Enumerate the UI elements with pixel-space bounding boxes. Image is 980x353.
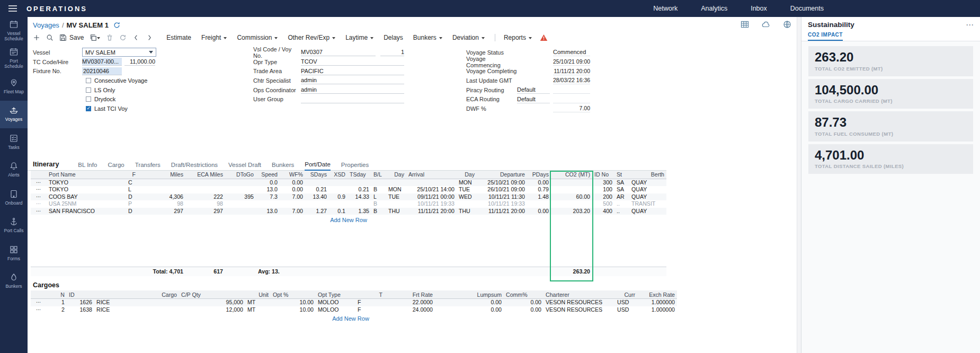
cell-arrival-day[interactable]: MON [386,186,406,193]
cell-arrival[interactable]: 11/11/21 20:00 [406,208,457,215]
cell-id-no[interactable]: 200 [592,193,614,201]
field-value[interactable]: admin [301,86,404,94]
cell-n[interactable]: 2 [47,306,67,314]
search-icon[interactable] [46,34,54,41]
top-nav-item[interactable]: Analytics [701,5,727,12]
cell-tsday[interactable]: 0.21 [348,186,371,193]
cell-wf[interactable]: 0.00 [280,179,305,186]
cell-dtogo[interactable] [225,179,256,186]
cell-xsd[interactable]: 0.9 [329,193,348,201]
field-value-b[interactable]: 7.00 [553,104,590,112]
field-value-b[interactable]: 25/10/21 09:00 [553,58,590,66]
more-menu-icon[interactable]: ⋯ [966,22,974,28]
sidebar-item-port-schedule[interactable]: Port Schedule [0,45,28,73]
field-value-b[interactable] [553,95,590,103]
cell-cargo[interactable]: RICE [94,298,179,306]
cell-berth[interactable]: TRANSIT [629,200,666,208]
cell-sdays[interactable]: 0.21 [305,186,329,193]
toolbar-menu[interactable]: Bunkers [413,34,442,41]
sidebar-item-voyages[interactable]: Voyages [0,101,28,129]
cell-cp-qty[interactable]: 12,000 [179,306,245,314]
cell-eca-miles[interactable] [185,186,225,193]
hamburger-menu-icon[interactable] [8,5,17,12]
cell-function[interactable]: P [126,200,138,208]
row-menu-icon[interactable]: ⋯ [31,306,47,314]
checkbox[interactable] [86,78,91,83]
cell-bl[interactable]: B [371,186,386,193]
cell-arrival-day[interactable] [386,200,406,208]
field-value[interactable]: MV0307 [301,48,376,56]
row-menu-icon[interactable]: ⋯ [31,193,47,201]
field-value-b[interactable] [553,86,590,94]
cell-arrival[interactable]: 25/10/21 14:00 [406,186,457,193]
cell-bl[interactable] [371,179,386,186]
next-icon[interactable] [146,34,153,41]
cell-speed[interactable]: 0.0 [256,179,280,186]
sidebar-item-alerts[interactable]: Alerts [0,156,28,184]
sidebar-item-bunkers[interactable]: Bunkers [0,268,28,296]
cell-id-no[interactable]: 500 [592,200,614,208]
sidebar-item-port-calls[interactable]: Port Calls [0,212,28,240]
cell-curr[interactable]: USD [615,306,637,314]
cell-berth[interactable]: QUAY [629,186,666,193]
cell-departure[interactable]: 10/11/21 19:33 [477,200,527,208]
cell-departure[interactable]: 11/11/21 20:00 [477,208,527,215]
itinerary-tab[interactable]: Cargo [108,162,124,170]
checkbox-row[interactable]: Drydock [86,94,194,104]
cell-co2[interactable]: 60.00 [551,193,592,201]
table-view-icon[interactable] [741,20,749,30]
cell-pdays[interactable]: 1.48 [527,193,551,201]
itinerary-tab[interactable]: Vessel Draft [228,162,261,170]
checkbox[interactable] [86,106,91,111]
checkbox-row[interactable]: Consecutive Voyage [86,76,194,85]
cell-function[interactable]: D [126,193,138,201]
itinerary-tab[interactable]: Bunkers [272,162,294,170]
cell-berth[interactable]: QUAY [629,208,666,215]
cell-charterer[interactable]: VESON RESOURCES [544,306,615,314]
cell-departure-day[interactable]: MON [457,179,477,186]
cell-charterer[interactable]: VESON RESOURCES [544,298,615,306]
cell-port-name[interactable]: USA 25NM [47,200,126,208]
cell-id[interactable]: 1638 [67,306,94,314]
toolbar-menu[interactable]: Estimate [166,34,191,41]
globe-icon[interactable] [783,20,791,30]
top-nav-item[interactable]: Network [653,5,678,12]
cell-lumpsum[interactable]: 0.00 [435,298,504,306]
cell-lumpsum[interactable]: 0.00 [435,306,504,314]
itinerary-tab[interactable]: BL Info [78,162,97,170]
cell-wf[interactable]: 7.00 [280,208,305,215]
cell-wf[interactable] [280,200,305,208]
cell-tsday[interactable]: 14.33 [348,193,371,201]
cell-comm[interactable]: 0.00 [504,306,544,314]
cell-arrival-day[interactable]: THU [386,208,406,215]
cell-dtogo[interactable] [225,200,256,208]
field-value[interactable] [301,95,404,103]
cell-miles[interactable]: 98 [138,200,185,208]
cell-sdays[interactable]: 13.40 [305,193,329,201]
cell-miles[interactable]: 297 [138,208,185,215]
itinerary-tab[interactable]: Transfers [135,162,161,170]
checkbox-row[interactable]: Last TCI Voy [86,104,194,113]
field-value[interactable]: TCOV [301,58,404,66]
cell-eca-miles[interactable]: 98 [185,200,225,208]
tc-hire-field[interactable]: 11,000.00 [124,58,155,66]
field-value[interactable]: admin [301,76,404,84]
cargo-row[interactable]: ⋯ 1 1626 RICE 95,000 MT 10.00 MOLOO F 22… [31,298,677,306]
itinerary-row[interactable]: ⋯ SAN FRANCISCO D 297 297 13.0 7.00 1.27… [31,208,666,215]
cell-tsday[interactable] [348,200,371,208]
cell-departure[interactable]: 26/10/21 09:00 [477,186,527,193]
cell-arrival-day[interactable] [386,179,406,186]
cell-eca-miles[interactable]: 297 [185,208,225,215]
field-value-b[interactable]: 28/03/22 16:36 [553,76,590,84]
cargo-row[interactable]: ⋯ 2 1638 RICE 12,000 MT 10.00 MOLOO F 24… [31,306,677,314]
cell-status[interactable]: SA [614,186,629,193]
toolbar-menu[interactable]: Freight [201,34,227,41]
cell-departure-day[interactable]: WED [457,193,477,201]
cell-comm[interactable]: 0.00 [504,298,544,306]
toolbar-menu[interactable]: Other Rev/Exp [288,34,335,41]
itinerary-tab[interactable]: Properties [341,162,369,170]
cell-arrival[interactable]: 09/11/21 00:00 [406,193,457,201]
cell-speed[interactable]: 13.0 [256,208,280,215]
cell-arrival[interactable] [406,179,457,186]
cell-departure-day[interactable]: TUE [457,186,477,193]
